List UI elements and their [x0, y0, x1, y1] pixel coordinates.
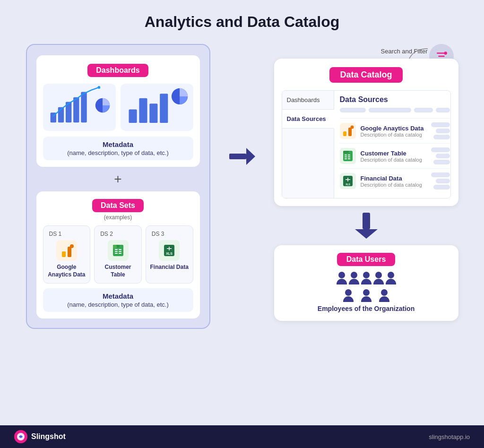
down-arrow-svg	[355, 213, 378, 239]
user-head-5	[388, 272, 394, 278]
page-wrapper: Analytics and Data Catalog Dashboards	[0, 0, 484, 448]
catalog-item-name-excel: Financial Data	[361, 175, 426, 182]
ds-name-2: Customer Table	[98, 264, 138, 278]
users-icons	[282, 272, 451, 284]
ci-bar-e-3	[433, 185, 450, 190]
catalog-section-title: Data Sources	[340, 95, 450, 104]
svg-rect-44	[345, 156, 347, 157]
svg-rect-9	[149, 103, 157, 123]
user-body-5	[386, 279, 396, 284]
svg-rect-20	[119, 249, 121, 250]
ds-icon-ga	[56, 240, 77, 261]
ci-bar-e-2	[436, 179, 450, 183]
ds-label-1: DS 1	[49, 231, 62, 237]
svg-rect-55	[363, 213, 370, 229]
svg-rect-38	[348, 128, 352, 136]
ci-bar-ga-1	[431, 122, 450, 127]
datasets-card: Data Sets (examples) DS 1	[36, 191, 200, 319]
datasets-metadata-desc: (name, description, type of data, etc.)	[49, 301, 188, 308]
catalog-item-sheets[interactable]: Customer Table Description of data catal…	[340, 143, 450, 168]
user-head-2	[351, 272, 357, 278]
catalog-body: Dashboards Data Sources Data Sources	[282, 90, 451, 198]
user-body-4	[373, 279, 384, 284]
down-arrow-wrapper	[274, 213, 458, 239]
svg-rect-22	[119, 251, 121, 252]
user-head-6	[345, 289, 352, 296]
ph-bar-1	[340, 108, 366, 112]
user-figure-6	[343, 289, 354, 302]
svg-rect-23	[115, 253, 118, 254]
catalog-item-bars-excel	[431, 172, 450, 190]
svg-rect-21	[115, 251, 118, 252]
svg-rect-48	[343, 151, 349, 153]
user-head-7	[363, 289, 370, 296]
svg-rect-26	[113, 245, 117, 249]
user-body-8	[379, 296, 389, 302]
svg-rect-47	[348, 158, 350, 159]
svg-text:XLS: XLS	[346, 183, 350, 186]
ds-icon-excel: XLS	[159, 240, 180, 261]
ci-bar-ga-3	[433, 135, 450, 139]
dashboards-metadata-box: Metadata (name, description, type of dat…	[43, 137, 193, 160]
datasets-metadata-title: Metadata	[49, 292, 188, 300]
catalog-item-desc-excel: Description of data catalog	[361, 182, 426, 188]
svg-rect-7	[129, 110, 137, 123]
dashboards-card: Dashboards	[36, 55, 200, 167]
right-column: Search and Filter Data Catalog	[274, 44, 458, 321]
placeholder-bars	[340, 108, 450, 112]
user-head-3	[363, 272, 370, 278]
ds-label-3: DS 3	[152, 231, 164, 237]
svg-text:XLS: XLS	[166, 252, 173, 255]
examples-label: (examples)	[43, 214, 193, 221]
main-title: Analytics and Data Catalog	[19, 13, 465, 31]
ci-bar-s-2	[436, 154, 450, 158]
catalog-item-info-ga: Google Anaytics Data Description of data…	[361, 125, 426, 138]
dashboards-metadata-title: Metadata	[49, 140, 188, 148]
content-row: Dashboards	[19, 44, 465, 329]
svg-rect-46	[345, 158, 347, 159]
catalog-item-ga[interactable]: Google Anaytics Data Description of data…	[340, 118, 450, 143]
catalog-item-bars-sheets	[431, 147, 450, 164]
ci-bar-e-1	[431, 172, 450, 177]
catalog-item-info-sheets: Customer Table Description of data catal…	[361, 150, 426, 163]
left-panel: Dashboards	[26, 44, 210, 329]
svg-point-35	[444, 52, 447, 55]
user-figure-7	[361, 289, 372, 302]
svg-rect-4	[81, 92, 86, 122]
svg-rect-42	[345, 155, 347, 155]
slingshot-icon	[14, 430, 27, 443]
data-catalog-title: Data Catalog	[329, 67, 402, 83]
svg-point-15	[70, 244, 74, 248]
ds-grid: DS 1 Google Anaytics Data	[43, 225, 193, 284]
catalog-tab-dashboards[interactable]: Dashboards	[282, 91, 334, 110]
user-body-3	[361, 279, 372, 284]
catalog-icon-ga	[340, 123, 356, 139]
ph-bar-2	[369, 108, 411, 112]
user-head-8	[381, 289, 388, 296]
svg-point-5	[97, 86, 100, 89]
catalog-tab-datasources[interactable]: Data Sources	[282, 110, 334, 129]
svg-rect-37	[343, 131, 346, 136]
data-users-title: Data Users	[337, 253, 396, 266]
user-head-1	[338, 272, 345, 278]
user-figure-3	[361, 272, 372, 284]
ds-item-3: DS 3 XLS Financial Data	[146, 225, 193, 284]
user-body-7	[361, 296, 372, 302]
charts-row	[43, 84, 193, 131]
ds-label-2: DS 2	[100, 231, 113, 237]
ds-name-1: Google Anaytics Data	[47, 264, 86, 278]
catalog-item-excel[interactable]: XLS Financial Data Description of data c…	[340, 168, 450, 193]
ph-bar-4	[436, 108, 450, 112]
ci-bar-ga-2	[436, 129, 450, 133]
svg-rect-14	[68, 247, 71, 257]
dashboards-metadata-desc: (name, description, type of data, etc.)	[49, 149, 188, 156]
catalog-item-desc-ga: Description of data catalog	[361, 132, 426, 138]
user-figure-5	[386, 272, 396, 284]
user-body-1	[337, 279, 347, 284]
user-figure-8	[379, 289, 389, 302]
svg-rect-43	[348, 155, 350, 155]
chart-box-1	[43, 84, 116, 131]
dashboards-badge: Dashboards	[87, 64, 148, 77]
catalog-item-desc-sheets: Description of data catalog	[361, 157, 426, 163]
svg-rect-13	[62, 251, 66, 257]
